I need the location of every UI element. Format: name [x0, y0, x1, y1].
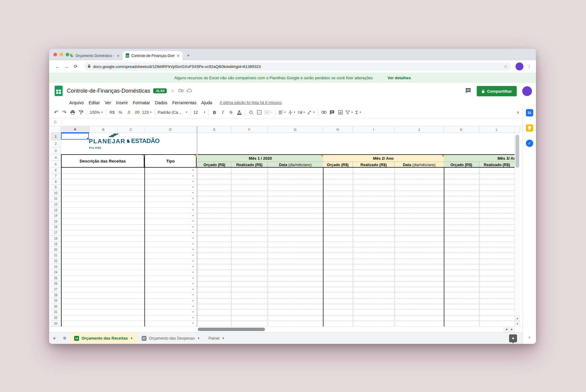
tipo-dropdown-icon[interactable]: ▾ [192, 169, 195, 172]
calendar-icon[interactable]: 31 [526, 109, 533, 116]
row-header-14[interactable]: 14 [51, 213, 61, 219]
tipo-dropdown-icon[interactable]: ▾ [192, 316, 195, 320]
column-header-I[interactable]: I [353, 126, 395, 133]
tipo-dropdown-icon[interactable]: ▾ [192, 180, 195, 184]
vertical-align-button[interactable]: ▼ [288, 109, 297, 116]
tipo-dropdown-icon[interactable]: ▾ [192, 191, 195, 195]
bookmark-star-icon[interactable]: ☆ [504, 64, 508, 69]
column-header-A[interactable]: A [61, 126, 89, 133]
row-header-33[interactable]: 33 [51, 321, 61, 326]
zoom-window-button[interactable] [66, 53, 69, 56]
insert-chart-button[interactable] [336, 109, 344, 116]
row-header-6[interactable]: 6 [51, 168, 61, 173]
row-header-13[interactable]: 13 [51, 207, 61, 213]
descricao-header[interactable]: Descrição das Receitas [61, 154, 144, 168]
insert-link-button[interactable] [320, 109, 328, 116]
row-header-19[interactable]: 19 [51, 241, 61, 247]
scroll-up-button[interactable]: ▲ [515, 315, 520, 321]
collapse-toolbar-button[interactable]: ∧ [516, 110, 519, 115]
tipo-dropdown-icon[interactable]: ▾ [192, 214, 195, 218]
reload-button[interactable]: ⟳ [72, 62, 80, 70]
sheet-tab-painel[interactable]: Painel ▼ [204, 333, 229, 344]
star-doc-icon[interactable]: ☆ [170, 88, 175, 93]
tipo-dropdown-icon[interactable]: ▾ [192, 310, 195, 314]
tipo-dropdown-icon[interactable]: ▾ [192, 254, 195, 257]
row-header-23[interactable]: 23 [51, 264, 61, 270]
menu-arquivo[interactable]: Arquivo [67, 100, 86, 105]
sheets-app-icon[interactable] [55, 86, 63, 96]
tasks-icon[interactable]: ✓ [526, 140, 533, 147]
increase-decimal-button[interactable]: .00 [133, 109, 141, 116]
row-header-30[interactable]: 30 [51, 304, 61, 310]
row-header-22[interactable]: 22 [51, 258, 61, 264]
tipo-dropdown-icon[interactable]: ▾ [192, 259, 195, 263]
column-header-D[interactable]: D [144, 126, 197, 133]
print-button[interactable] [69, 109, 77, 116]
insert-comment-button[interactable] [328, 109, 336, 116]
row-header-32[interactable]: 32 [51, 315, 61, 321]
row-header-9[interactable]: 9 [51, 185, 61, 191]
tipo-dropdown-icon[interactable]: ▾ [192, 299, 195, 303]
tipo-dropdown-icon[interactable]: ▾ [192, 242, 195, 246]
row-header-12[interactable]: 12 [51, 202, 61, 208]
sheet-tab-orcamento-despesas[interactable]: 27 Orçamento das Despesas ▼ [137, 333, 204, 344]
menu-ajuda[interactable]: Ajuda [199, 100, 215, 105]
strikethrough-button[interactable]: S [227, 109, 235, 116]
row-header-2[interactable]: 2 [51, 140, 61, 147]
merge-cells-button[interactable]: ▼ [264, 109, 274, 116]
menu-inserir[interactable]: Inserir [114, 100, 130, 105]
url-field[interactable]: docs.google.com/spreadsheets/d/1DM4RFkVp… [84, 62, 511, 71]
redo-button[interactable]: ↷ [60, 109, 68, 116]
row-header-25[interactable]: 25 [51, 276, 61, 281]
add-sheet-button[interactable]: + [49, 333, 60, 344]
tipo-dropdown-icon[interactable]: ▾ [192, 305, 195, 308]
row-header-10[interactable]: 10 [51, 190, 61, 196]
row-header-7[interactable]: 7 [51, 173, 61, 179]
horizontal-scrollbar-thumb[interactable] [198, 328, 265, 331]
bold-button[interactable]: B [211, 109, 219, 116]
column-header-C[interactable]: C [118, 126, 144, 133]
tipo-dropdown-icon[interactable]: ▾ [192, 203, 195, 206]
cloud-saved-icon[interactable] [187, 88, 192, 93]
menu-ver[interactable]: Ver [102, 100, 114, 105]
tipo-dropdown-icon[interactable]: ▾ [192, 293, 195, 297]
sheet-tab-menu-icon[interactable]: ▼ [130, 337, 133, 340]
all-sheets-button[interactable]: ≡ [60, 333, 70, 344]
keep-icon[interactable] [526, 124, 533, 132]
tipo-dropdown-icon[interactable]: ▾ [192, 231, 195, 235]
column-header-K[interactable]: K [444, 126, 479, 133]
tipo-dropdown-icon[interactable]: ▾ [192, 288, 195, 291]
tipo-dropdown-icon[interactable]: ▾ [192, 208, 195, 212]
tipo-dropdown-icon[interactable]: ▾ [192, 271, 195, 274]
tipo-header[interactable]: Tipo [144, 154, 197, 168]
italic-button[interactable]: I [219, 109, 227, 116]
tipo-dropdown-icon[interactable]: ▾ [192, 248, 195, 251]
row-header-20[interactable]: 20 [51, 247, 61, 253]
menu-dados[interactable]: Dados [153, 100, 170, 105]
move-folder-icon[interactable] [178, 88, 184, 93]
more-formats-button[interactable]: 123▼ [141, 109, 153, 116]
tipo-dropdown-icon[interactable]: ▾ [192, 276, 195, 280]
row-header-31[interactable]: 31 [51, 309, 61, 315]
tipo-dropdown-icon[interactable]: ▾ [192, 265, 195, 269]
tipo-dropdown-icon[interactable]: ▾ [192, 237, 195, 240]
row-header-21[interactable]: 21 [51, 253, 61, 258]
column-header-E[interactable]: E [198, 126, 231, 133]
borders-button[interactable] [255, 109, 263, 116]
undo-button[interactable]: ↶ [52, 109, 60, 116]
tipo-dropdown-icon[interactable]: ▾ [192, 282, 195, 286]
close-tab-icon[interactable]: ✕ [117, 54, 120, 58]
horizontal-align-button[interactable]: ▼ [278, 109, 287, 116]
row-header-26[interactable]: 26 [51, 281, 61, 287]
row-header-28[interactable]: 28 [51, 292, 61, 298]
browser-profile-avatar[interactable] [515, 62, 523, 70]
tipo-dropdown-icon[interactable]: ▾ [192, 322, 195, 325]
close-window-button[interactable] [53, 53, 57, 56]
doc-title[interactable]: Controle-de-Finanças-Domésticas [67, 88, 150, 94]
column-header-F[interactable]: F [231, 126, 268, 133]
zoom-select[interactable]: 100%▼ [89, 109, 104, 116]
row-header-5[interactable]: 5 [51, 161, 61, 168]
share-button[interactable]: Compartilhar [477, 86, 517, 96]
side-panel-expand-chevron[interactable]: › [523, 334, 536, 340]
column-header-J[interactable]: J [395, 126, 444, 133]
